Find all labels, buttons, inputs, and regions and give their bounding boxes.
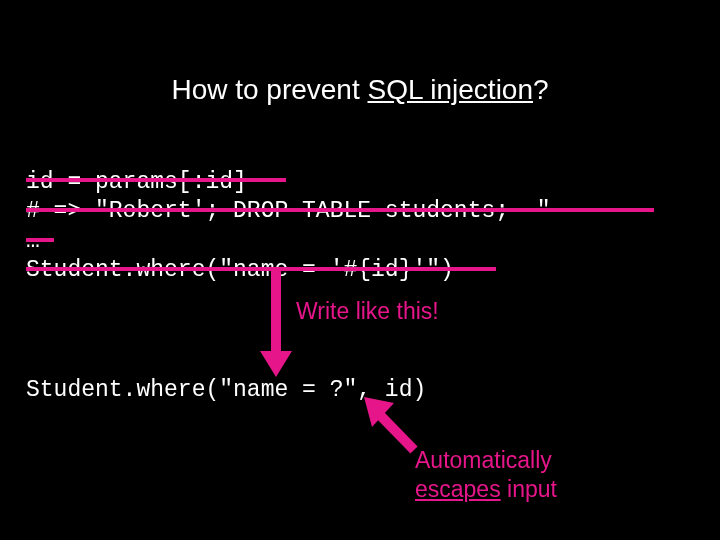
code-line: id = params[:id] bbox=[26, 169, 247, 195]
slide: How to prevent SQL injection? id = param… bbox=[0, 0, 720, 540]
auto-escapes-label: Automatically escapes input bbox=[415, 446, 557, 504]
strikethrough-line bbox=[26, 178, 286, 182]
auto-word: input bbox=[501, 476, 557, 502]
auto-word-underline: escapes bbox=[415, 476, 501, 502]
svg-marker-1 bbox=[260, 351, 292, 377]
auto-word: Automatically bbox=[415, 447, 552, 473]
title-suffix: ? bbox=[533, 74, 549, 105]
arrow-down-icon bbox=[256, 269, 296, 377]
arrow-up-left-icon bbox=[362, 395, 422, 457]
strikethrough-line bbox=[26, 238, 54, 242]
svg-line-2 bbox=[378, 413, 414, 450]
slide-title: How to prevent SQL injection? bbox=[0, 74, 720, 106]
title-prefix: How to prevent bbox=[171, 74, 367, 105]
title-underlined: SQL injection bbox=[368, 74, 534, 105]
write-like-this-label: Write like this! bbox=[296, 298, 439, 325]
strikethrough-line bbox=[26, 208, 654, 212]
